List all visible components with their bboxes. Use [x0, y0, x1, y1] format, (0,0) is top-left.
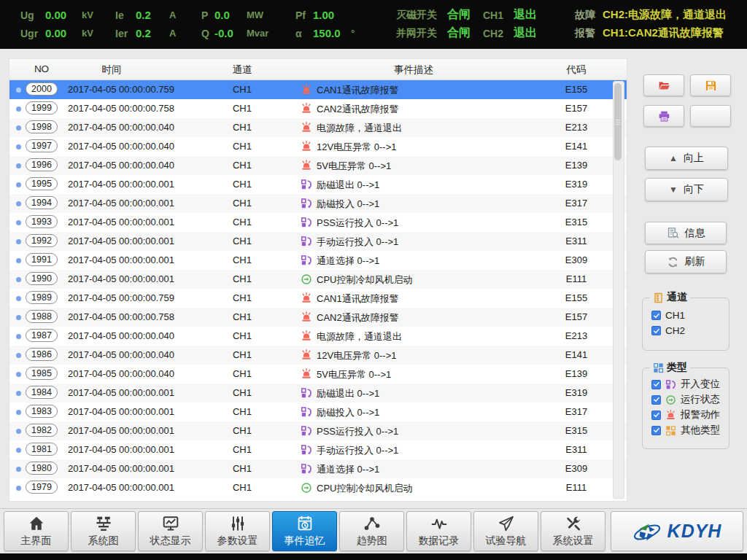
scroll-up-button[interactable]: ▲ 向上: [645, 147, 728, 170]
save-icon: [705, 79, 717, 92]
event-description: 励磁投入 0-->1: [317, 198, 379, 211]
event-row[interactable]: 20002017-04-05 00:00:00.759CH1CAN1通讯故障报警…: [9, 80, 627, 99]
channel-checkbox-ch1[interactable]: CH1: [651, 310, 685, 321]
checkbox-icon[interactable]: [651, 380, 661, 389]
event-channel: CH1: [222, 292, 262, 303]
event-no-badge: 1994: [26, 196, 58, 209]
event-time: 2017-04-05 00:00:00.758: [68, 103, 174, 114]
status-display-icon: [162, 515, 179, 532]
event-row[interactable]: 19872017-04-05 00:00:00.040CH1电源故障，通道退出E…: [9, 327, 627, 346]
event-channel: CH1: [222, 84, 262, 95]
refresh-button[interactable]: 刷新: [645, 250, 727, 273]
event-time: 2017-04-05 00:00:00.001: [68, 236, 174, 246]
checkbox-icon[interactable]: [651, 426, 661, 435]
event-time: 2017-04-05 00:00:00.040: [68, 368, 174, 379]
info-button[interactable]: 信息: [645, 222, 727, 244]
input-change-icon: [301, 406, 312, 418]
event-row[interactable]: 19962017-04-05 00:00:00.040CH15V电压异常 0--…: [9, 156, 627, 175]
checkbox-icon[interactable]: [651, 311, 661, 320]
row-bullet-icon: [16, 410, 21, 415]
kdyh-logo-button[interactable]: KDYH: [611, 511, 743, 551]
meter-row: Ier0.2A: [115, 24, 176, 42]
event-code: E315: [552, 217, 600, 228]
status-value: 退出: [514, 7, 537, 23]
event-row[interactable]: 19842017-04-05 00:00:00.001CH1励磁退出 0-->1…: [9, 384, 627, 402]
event-row[interactable]: 19802017-04-05 00:00:00.001CH1通道选择 0-->1…: [9, 459, 627, 478]
checkbox-icon[interactable]: [651, 326, 661, 335]
bottom-nav-bar: 主界面系统图状态显示参数设置事件追忆趋势图数据记录试验导航系统设置 KDYH: [0, 508, 747, 553]
nav-system-diagram[interactable]: 系统图: [71, 511, 136, 551]
event-description: 通道选择 0-->1: [317, 463, 379, 476]
nav-event-recall[interactable]: 事件追忆: [272, 511, 337, 551]
alarm-icon: [301, 349, 312, 361]
event-row[interactable]: 19892017-04-05 00:00:00.759CH1CAN1通讯故障报警…: [9, 289, 627, 308]
event-channel: CH1: [222, 387, 262, 398]
meter-unit: MW: [247, 9, 263, 20]
event-code: E111: [552, 482, 600, 493]
event-no-badge: 1987: [26, 329, 58, 342]
event-row[interactable]: 19932017-04-05 00:00:00.001CH1PSS运行投入 0-…: [9, 213, 627, 232]
type-checkbox-0[interactable]: 开入变位: [651, 378, 720, 391]
checkbox-icon[interactable]: [651, 411, 661, 420]
system-settings-icon: [565, 515, 582, 532]
event-description: PSS运行投入 0-->1: [317, 217, 398, 230]
event-row[interactable]: 19912017-04-05 00:00:00.001CH1通道选择 0-->1…: [9, 251, 627, 270]
event-row[interactable]: 19882017-04-05 00:00:00.758CH1CAN2通讯故障报警…: [9, 308, 627, 327]
type-checkbox-1[interactable]: 运行状态: [651, 393, 720, 406]
nav-system-settings[interactable]: 系统设置: [541, 511, 605, 551]
event-row[interactable]: 19992017-04-05 00:00:00.758CH1CAN2通讯故障报警…: [9, 99, 627, 118]
type-checkbox-2[interactable]: 报警动作: [651, 408, 720, 421]
status-row: CH2退出: [483, 24, 537, 42]
nav-param-settings[interactable]: 参数设置: [205, 511, 270, 551]
event-no-cell: 1997: [24, 139, 59, 152]
open-file-button[interactable]: [643, 74, 684, 96]
event-row[interactable]: 19862017-04-05 00:00:00.040CH112V电压异常 0-…: [9, 346, 627, 365]
meter-row: Q-0.0Mvar: [201, 24, 268, 42]
event-no-badge: 1995: [26, 177, 58, 190]
event-time: 2017-04-05 00:00:00.001: [68, 179, 174, 190]
event-row[interactable]: 19792017-04-05 00:00:00.001CH1CPU控制冷却风机启…: [9, 478, 627, 497]
nav-label: 趋势图: [357, 534, 387, 548]
nav-test-navigation[interactable]: 试验导航: [473, 511, 538, 551]
nav-trend-chart[interactable]: 趋势图: [339, 511, 404, 551]
alarm-icon: [301, 103, 312, 114]
nav-main-screen[interactable]: 主界面: [4, 511, 69, 551]
checkbox-icon[interactable]: [651, 395, 661, 405]
event-no-cell: 1982: [24, 424, 59, 437]
event-description: 电源故障，通道退出: [317, 330, 402, 343]
table-scrollbar-thumb[interactable]: [614, 83, 622, 160]
info-label: 信息: [685, 227, 705, 240]
meter-label: Ie: [115, 9, 136, 21]
event-row[interactable]: 19972017-04-05 00:00:00.040CH112V电压异常 0-…: [9, 137, 627, 156]
event-row[interactable]: 19832017-04-05 00:00:00.001CH1励磁投入 0-->1…: [9, 402, 627, 421]
meter-unit: A: [169, 9, 176, 20]
event-row[interactable]: 19982017-04-05 00:00:00.040CH1电源故障，通道退出E…: [9, 118, 627, 137]
save-button[interactable]: [690, 74, 731, 96]
event-row[interactable]: 19812017-04-05 00:00:00.001CH1手动运行投入 0--…: [9, 440, 627, 459]
event-no-cell: 1998: [24, 120, 59, 133]
event-row[interactable]: 19822017-04-05 00:00:00.001CH1PSS运行投入 0-…: [9, 421, 627, 440]
event-time: 2017-04-05 00:00:00.001: [68, 406, 174, 417]
event-row[interactable]: 19902017-04-05 00:00:00.001CH1CPU控制冷却风机启…: [9, 270, 627, 289]
event-row[interactable]: 19852017-04-05 00:00:00.040CH15V电压异常 0--…: [9, 365, 627, 384]
row-bullet-icon: [16, 448, 21, 453]
row-bullet-icon: [16, 315, 21, 320]
alarm-icon: [665, 410, 676, 421]
channel-checkbox-ch2[interactable]: CH2: [651, 325, 685, 336]
table-scrollbar-track[interactable]: [613, 81, 624, 499]
home-icon: [28, 515, 45, 532]
event-row[interactable]: 19942017-04-05 00:00:00.001CH1励磁投入 0-->1…: [9, 194, 627, 213]
refresh-label: 刷新: [685, 255, 705, 268]
scroll-down-button[interactable]: ▼ 向下: [645, 178, 728, 201]
type-checkbox-3[interactable]: 其他类型: [651, 424, 720, 437]
top-status-bar: Ug0.00kVUgr0.00kVIe0.2AIer0.2AP0.0MWQ-0.…: [0, 0, 747, 49]
event-time: 2017-04-05 00:00:00.040: [68, 160, 174, 171]
nav-data-record[interactable]: 数据记录: [406, 511, 471, 551]
blank-button[interactable]: [690, 105, 731, 127]
event-row[interactable]: 19952017-04-05 00:00:00.001CH1励磁退出 0-->1…: [9, 175, 627, 194]
status-row: 并网开关合闸: [396, 24, 471, 42]
print-button[interactable]: [643, 105, 684, 127]
nav-status-display[interactable]: 状态显示: [138, 511, 203, 551]
row-bullet-icon: [16, 353, 21, 358]
event-row[interactable]: 19922017-04-05 00:00:00.001CH1手动运行投入 0--…: [9, 232, 627, 251]
